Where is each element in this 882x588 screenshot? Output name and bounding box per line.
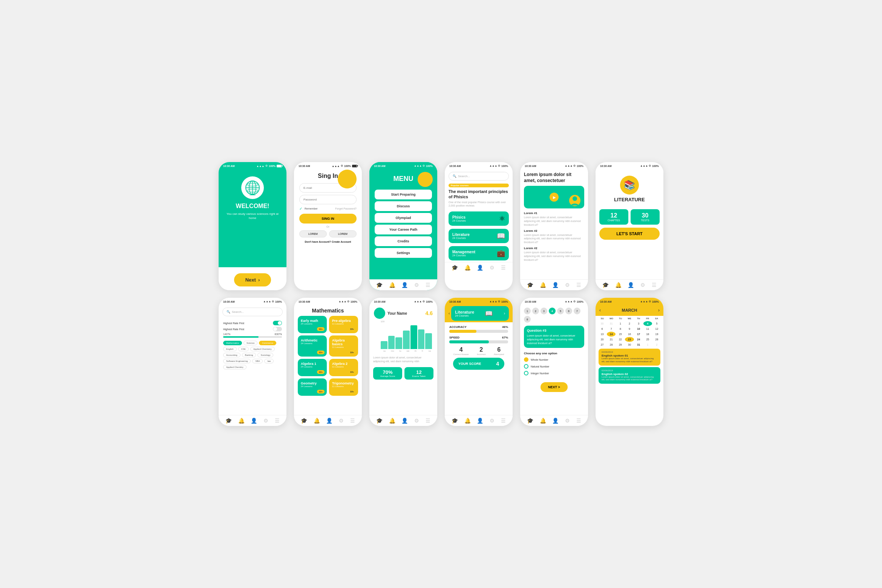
nav-menu-11[interactable]: ☰ <box>576 418 581 424</box>
nav-home-5[interactable]: 🎓 <box>527 282 533 288</box>
tag-appliedchem[interactable]: Applied Chemistry <box>250 347 275 351</box>
course-card-literature[interactable]: Literature 24 Courses 📖 <box>449 229 509 243</box>
next-arrow-icon-10[interactable]: › <box>504 311 505 315</box>
quiz-num-3[interactable]: 3 <box>541 308 547 314</box>
nav-settings-9[interactable]: ⚙ <box>414 418 419 424</box>
nav-bell-7[interactable]: 🔔 <box>238 418 245 424</box>
menu-item-settings[interactable]: Settings <box>375 248 432 258</box>
cal-date-2[interactable]: 2 <box>625 321 634 326</box>
radio-integer[interactable] <box>524 371 528 375</box>
cal-date-25[interactable]: 25 <box>643 337 652 342</box>
nav-bell-11[interactable]: 🔔 <box>540 418 546 424</box>
search-bar-4[interactable]: 🔍 Search... <box>449 172 509 181</box>
cal-date-15[interactable]: 15 <box>616 332 625 337</box>
subject-early-math[interactable]: Early math 24 Lessons 12+ <box>298 316 327 333</box>
tag-sociology[interactable]: Sociology <box>257 353 273 357</box>
cal-date-16[interactable]: 16 <box>625 332 634 337</box>
cal-date-21[interactable]: 21 <box>607 337 616 342</box>
quiz-num-4-active[interactable]: 4 <box>549 308 556 314</box>
subject-trig[interactable]: Trigonometry 11 Lessons 18+ <box>329 378 358 396</box>
cal-date-1-next[interactable]: 1 <box>643 342 652 347</box>
cal-date-27[interactable]: 27 <box>598 342 606 347</box>
cal-date-28[interactable]: 28 <box>607 342 616 347</box>
nav-menu-9[interactable]: ☰ <box>426 418 430 424</box>
nav-bell-9[interactable]: 🔔 <box>389 418 395 424</box>
nav-menu-5[interactable]: ☰ <box>576 282 581 288</box>
cal-date-2-next[interactable]: 2 <box>652 342 661 347</box>
radio-natural[interactable] <box>524 364 528 369</box>
tag-software-eng[interactable]: Software Engineering <box>223 359 251 363</box>
cal-date-1[interactable]: 1 <box>616 321 625 326</box>
option-natural[interactable]: Natural Number <box>524 364 584 369</box>
cal-date-30-prev[interactable]: 30 <box>598 321 606 326</box>
signin-button[interactable]: SING IN <box>299 214 357 224</box>
nav-settings-7[interactable]: ⚙ <box>263 418 268 424</box>
tag-cse[interactable]: CSE <box>238 347 249 351</box>
cal-date-7[interactable]: 7 <box>607 326 616 331</box>
cal-date-3[interactable]: 3 <box>634 321 643 326</box>
event-card-1[interactable]: 02/06/2019 English spoken 01 Lorem ipsum… <box>599 349 660 366</box>
cal-date-11[interactable]: 11 <box>643 326 652 331</box>
quiz-num-1[interactable]: 1 <box>524 308 531 314</box>
cal-date-23-active[interactable]: 23 <box>625 337 634 342</box>
tag-accounting[interactable]: Accounting <box>223 353 240 357</box>
nav-home-10[interactable]: 🎓 <box>452 418 458 424</box>
nav-user-7[interactable]: 👤 <box>251 418 257 424</box>
nav-bell-6[interactable]: 🔔 <box>615 282 622 288</box>
nav-menu-icon[interactable]: ☰ <box>426 282 430 288</box>
nav-user-icon[interactable]: 👤 <box>401 282 408 288</box>
cal-date-13[interactable]: 13 <box>598 332 606 337</box>
subject-algebra2[interactable]: Algebra 2 11 Lessons 18+ <box>329 359 358 376</box>
video-thumbnail[interactable]: ▶ <box>524 186 584 208</box>
option-integer[interactable]: Integer Number <box>524 371 584 375</box>
social-btn-2[interactable]: LOREM <box>329 230 357 237</box>
nav-menu-7[interactable]: ☰ <box>275 418 280 424</box>
nav-bell-8[interactable]: 🔔 <box>314 418 320 424</box>
cal-date-9[interactable]: 9 <box>625 326 634 331</box>
nav-menu-6[interactable]: ☰ <box>652 282 657 288</box>
cal-date-17[interactable]: 17 <box>634 332 643 337</box>
tag-banking[interactable]: Banking <box>242 353 256 357</box>
quiz-num-6[interactable]: 6 <box>565 308 572 314</box>
menu-item-olympiad[interactable]: Olympiad <box>375 213 432 223</box>
nav-user-6[interactable]: 👤 <box>628 282 634 288</box>
tag-science[interactable]: Science <box>243 341 257 345</box>
toggle-1[interactable] <box>273 321 282 325</box>
play-button[interactable]: ▶ <box>550 193 559 202</box>
cal-date-26[interactable]: 26 <box>652 337 661 342</box>
nav-menu-icon-4[interactable]: ☰ <box>501 265 506 271</box>
cal-date-31-prev[interactable]: 31 <box>607 321 616 326</box>
nav-home-7[interactable]: 🎓 <box>225 418 232 424</box>
subject-algebra-basics[interactable]: Algebra basics 11 Lessons 18+ <box>329 335 358 357</box>
course-card-management[interactable]: Management 24 Courses 💼 <box>449 246 509 260</box>
cal-date-29[interactable]: 29 <box>616 342 625 347</box>
tag-math[interactable]: Mathematics <box>223 341 242 345</box>
cal-date-12[interactable]: 12 <box>652 326 661 331</box>
nav-menu-10[interactable]: ☰ <box>501 418 506 424</box>
cal-date-8[interactable]: 8 <box>616 326 625 331</box>
cal-date-22[interactable]: 22 <box>616 337 625 342</box>
cal-date-10[interactable]: 10 <box>634 326 643 331</box>
nav-bell-icon-4[interactable]: 🔔 <box>464 265 471 271</box>
cal-next-button[interactable]: › <box>658 308 660 313</box>
nav-bell-5[interactable]: 🔔 <box>540 282 546 288</box>
subject-geometry[interactable]: Geometry 24 Lessons 12+ <box>298 378 327 396</box>
nav-user-8[interactable]: 👤 <box>326 418 332 424</box>
search-bar-7[interactable]: 🔍 Search... <box>222 308 283 316</box>
password-input[interactable] <box>299 195 357 204</box>
nav-user-9[interactable]: 👤 <box>401 418 408 424</box>
subject-algebra1[interactable]: Algebra 1 24 Lessons 12+ <box>298 359 327 376</box>
nav-user-5[interactable]: 👤 <box>552 282 559 288</box>
tag-commerce[interactable]: Commerce <box>259 341 276 345</box>
quiz-num-7[interactable]: 7 <box>574 308 580 314</box>
nav-settings-icon[interactable]: ⚙ <box>414 282 419 288</box>
cal-date-14-yellow[interactable]: 14 <box>607 332 616 337</box>
cal-date-5[interactable]: 5 <box>652 321 661 326</box>
tag-english[interactable]: English <box>223 347 237 351</box>
quiz-num-2[interactable]: 2 <box>532 308 539 314</box>
course-card-phisics[interactable]: Phisics 24 Courses ⚛ <box>449 211 509 226</box>
social-btn-1[interactable]: LOREM <box>299 230 327 237</box>
tag-applied-chem2[interactable]: Applied Chemitry <box>223 365 247 369</box>
nav-home-8[interactable]: 🎓 <box>301 418 307 424</box>
nav-home-icon-4[interactable]: 🎓 <box>452 265 458 271</box>
